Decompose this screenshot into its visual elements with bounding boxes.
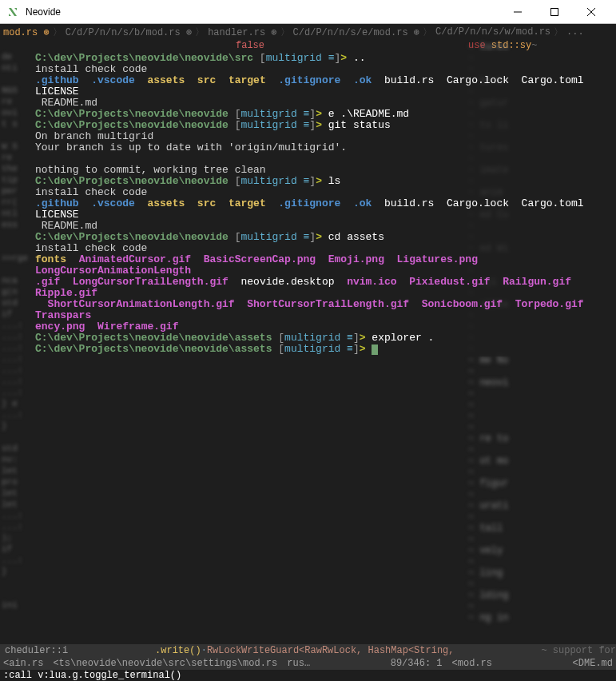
bottom-status-bar: <ain.rs <ts\neovide\neovide\src\settings… [0,657,616,670]
svg-rect-1 [551,8,558,15]
terminal-line: install check code [32,64,615,75]
status-file2: <mod.rs [452,658,492,669]
tab-2[interactable]: handler.rs ⊛ [208,26,276,38]
mid-write: .write() [155,645,201,656]
status-lang: rus… [287,658,310,669]
mid-right: ~ support for [536,645,616,656]
close-button[interactable] [573,0,610,24]
terminal-line: .github .vscode assets src target .gitig… [32,198,615,221]
terminal-line: fonts AnimatedCursor.gif BasicScreenCap.… [32,254,615,277]
terminal-line: README.md [32,221,615,232]
terminal-line: C:\dev\Projects\neovide\neovide [multigr… [32,232,615,243]
terminal-line: C:\dev\Projects\neovide\neovide [multigr… [32,176,615,187]
terminal-line: C:\dev\Projects\neovide\neovide\src [mul… [32,53,615,64]
tab-4[interactable]: C/d/P/n/n/s/w/mod.rs [435,26,550,38]
terminal-line: ShortCursorAnimationLength.gif ShortCurs… [32,299,615,321]
mid-left: cheduler::i [0,645,73,656]
terminal-line: .github .vscode assets src target .gitig… [32,75,615,98]
terminal-line: C:\dev\Projects\neovide\neovide\assets [… [32,344,615,355]
terminal-line: C:\dev\Projects\neovide\neovide [multigr… [32,120,615,131]
status-file1: <ain.rs [3,658,43,669]
tab-3[interactable]: C/d/P/n/n/s/e/mod.rs ⊛ [293,26,419,38]
terminal-line: README.md [32,98,615,109]
terminal-line: ency.png Wireframe.gif [32,321,615,333]
mid-status-bar: cheduler::i .write()·RwLockWriteGuard<Ra… [0,644,616,657]
terminal-panel[interactable]: C:\dev\Projects\neovide\neovide\src [mul… [32,51,615,356]
window-titlebar: Neovide [0,0,616,24]
app-logo-icon [6,6,19,18]
tab-separator: 〉 [53,26,62,39]
terminal-line: .gif LongCursorTrailLength.gif neovide.d… [32,277,615,299]
tab-1[interactable]: C/d/P/n/n/s/b/mod.rs ⊛ [66,26,192,38]
command-line[interactable]: :call v:lua.g.toggle_terminal() [0,670,616,681]
tab-more[interactable]: ... [566,26,584,38]
tab-bar: mod.rs ⊛ 〉 C/d/P/n/n/s/b/mod.rs ⊛ 〉 hand… [0,24,616,40]
window-title: Neovide [26,6,499,18]
terminal-line: C:\dev\Projects\neovide\neovide [multigr… [32,109,615,120]
tab-0[interactable]: mod.rs ⊛ [3,26,50,38]
status-file3: <DME.md [573,658,613,669]
terminal-line: Your branch is up to date with 'origin/m… [32,142,615,153]
cursor-icon [372,344,378,355]
terminal-line: install check code [32,243,615,254]
minimize-button[interactable] [499,0,536,24]
terminal-line: nothing to commit, working tree clean [32,165,615,176]
status-path: <ts\neovide\neovide\src\settings\mod.rs [53,658,277,669]
terminal-line: On branch multigrid [32,131,615,142]
maximize-button[interactable] [536,0,573,24]
terminal-line: C:\dev\Projects\neovide\neovide\assets [… [32,333,615,344]
terminal-line [32,153,615,165]
mid-type: RwLockWriteGuard<RawRwLock, HashMap<Stri… [207,645,455,656]
status-pos: 89/346: 1 [391,658,443,669]
terminal-line: install check code [32,187,615,198]
editor-gutter-bg: dentiNGS reovit sW S rethetipperrr(ntles… [0,51,32,657]
